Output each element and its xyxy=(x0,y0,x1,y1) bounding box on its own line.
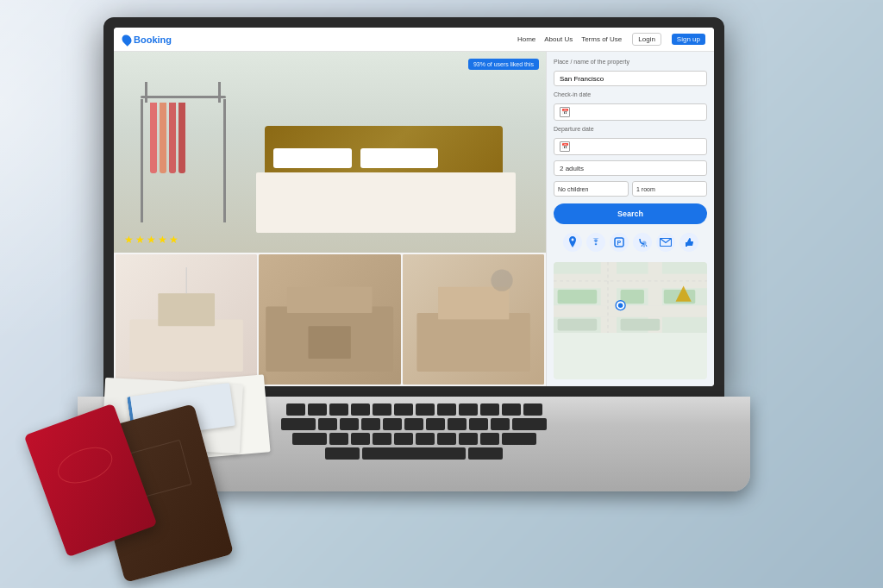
star-rating: ★★★★★ xyxy=(124,234,180,246)
clothes xyxy=(150,103,216,172)
shower-icon[interactable] xyxy=(633,233,652,252)
key xyxy=(437,433,456,445)
key xyxy=(468,447,503,460)
guests-value: 2 adults xyxy=(560,165,584,172)
rack-leg-left xyxy=(141,99,143,222)
bed-base xyxy=(256,172,516,233)
spacebar-key xyxy=(362,447,466,460)
key xyxy=(383,418,402,430)
key xyxy=(512,418,547,430)
key xyxy=(491,418,510,430)
checkin-input[interactable]: 📅 xyxy=(554,103,707,121)
login-button[interactable]: Login xyxy=(632,33,661,46)
rooms-input[interactable]: 1 room xyxy=(632,181,707,197)
logo-text: Booking xyxy=(134,34,172,45)
key xyxy=(325,447,360,460)
key xyxy=(308,403,327,416)
svg-text:P: P xyxy=(617,240,621,246)
key xyxy=(523,403,542,416)
parking-icon[interactable]: P xyxy=(610,233,629,252)
svg-point-11 xyxy=(642,241,646,246)
key xyxy=(469,418,488,430)
key xyxy=(361,418,380,430)
room-image-1 xyxy=(116,254,257,385)
passport-emblem-red xyxy=(53,440,117,490)
cloth-4 xyxy=(178,103,185,172)
property-label: Place / name of the property xyxy=(554,59,707,65)
svg-line-14 xyxy=(646,245,647,247)
room-svg-2 xyxy=(259,254,400,385)
thumbnail-3[interactable] xyxy=(403,254,544,385)
svg-point-8 xyxy=(491,269,512,291)
nav-home[interactable]: Home xyxy=(517,35,535,43)
children-input[interactable]: No children xyxy=(554,181,629,197)
screen-bezel: Booking Home About Us Terms of Use Login… xyxy=(103,17,724,397)
room-image-3 xyxy=(403,254,544,385)
logo: Booking xyxy=(122,34,172,45)
nav-terms[interactable]: Terms of Use xyxy=(581,35,622,43)
foreground-items xyxy=(34,398,293,571)
search-button[interactable]: Search xyxy=(554,203,707,224)
key xyxy=(480,433,499,445)
checkout-input[interactable]: 📅 xyxy=(554,138,707,155)
key xyxy=(426,418,445,430)
rack-support-right xyxy=(218,82,221,103)
svg-rect-7 xyxy=(438,287,509,320)
wifi-icon[interactable] xyxy=(586,233,605,252)
svg-rect-5 xyxy=(309,326,351,359)
room-svg-1 xyxy=(116,254,257,385)
thumbnail-2[interactable] xyxy=(259,254,400,385)
key xyxy=(416,403,435,416)
children-rooms-row: No children 1 room xyxy=(554,181,707,197)
room-image-2 xyxy=(259,254,400,385)
key xyxy=(480,403,499,416)
cloth-3 xyxy=(169,103,176,172)
svg-point-30 xyxy=(618,303,623,307)
search-panel: Place / name of the property Check-in da… xyxy=(546,52,714,386)
key xyxy=(459,433,478,445)
rack-horizontal xyxy=(141,96,226,98)
key xyxy=(459,403,478,416)
clothes-rack xyxy=(135,82,230,222)
signup-button[interactable]: Sign up xyxy=(672,34,705,45)
thumbnail-1[interactable] xyxy=(116,254,257,385)
svg-rect-0 xyxy=(129,319,242,371)
svg-rect-1 xyxy=(158,293,215,326)
svg-rect-26 xyxy=(558,319,598,331)
svg-line-12 xyxy=(642,245,642,247)
svg-rect-18 xyxy=(601,262,617,333)
screen-content: Booking Home About Us Terms of Use Login… xyxy=(114,28,714,386)
location-icon[interactable] xyxy=(563,233,582,252)
nav-about[interactable]: About Us xyxy=(544,35,573,43)
pillow-right xyxy=(360,148,438,168)
liked-badge: 93% of users liked this xyxy=(468,59,539,70)
nav-links: Home About Us Terms of Use xyxy=(517,35,622,43)
cloth-1 xyxy=(150,103,157,172)
rack-leg-right xyxy=(223,99,226,222)
thumbsup-icon[interactable] xyxy=(679,233,698,252)
key xyxy=(394,403,413,416)
key xyxy=(437,403,456,416)
amenity-icons: P xyxy=(554,233,707,252)
rack-support-left xyxy=(145,82,147,103)
thumbnail-images xyxy=(114,253,546,386)
property-input[interactable] xyxy=(554,71,707,86)
email-icon[interactable] xyxy=(656,233,675,252)
key xyxy=(340,418,359,430)
svg-rect-20 xyxy=(554,305,707,317)
checkout-label: Departure date xyxy=(554,126,707,132)
key xyxy=(502,403,521,416)
svg-rect-4 xyxy=(287,287,373,313)
svg-rect-23 xyxy=(558,290,598,303)
guests-input[interactable]: 2 adults xyxy=(554,160,707,176)
key xyxy=(404,418,423,430)
pillow-left xyxy=(273,148,351,168)
checkout-calendar-icon: 📅 xyxy=(560,141,570,152)
svg-rect-6 xyxy=(416,313,529,372)
map-area[interactable] xyxy=(554,262,707,379)
main-content: 93% of users liked this ★★★★★ xyxy=(114,52,714,386)
children-value: No children xyxy=(558,186,588,192)
checkin-label: Check-in date xyxy=(554,91,707,97)
key xyxy=(292,433,327,445)
main-hotel-image: 93% of users liked this ★★★★★ xyxy=(114,52,546,253)
